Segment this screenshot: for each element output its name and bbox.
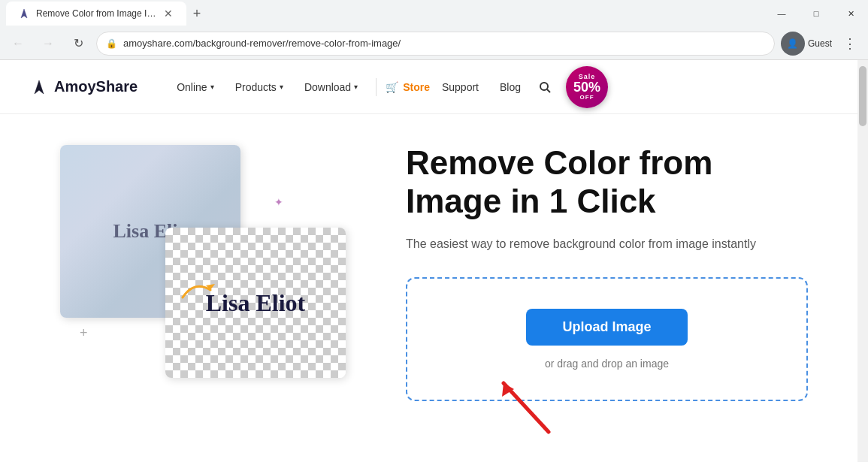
- download-chevron-icon: ▾: [354, 83, 358, 91]
- url-bar[interactable]: 🔒 amoyshare.com/background-remover/remov…: [96, 32, 775, 56]
- svg-marker-0: [21, 9, 27, 18]
- profile-name: Guest: [808, 38, 832, 49]
- illustration: Lisa Elio Lisa Eliot + ✦: [60, 145, 361, 400]
- sparkle-decoration: ✦: [274, 196, 283, 208]
- browser-chrome: Remove Color from Image Instar ✕ + — □ ✕…: [0, 0, 868, 60]
- refresh-button[interactable]: ↻: [66, 32, 90, 56]
- forward-button[interactable]: →: [36, 32, 60, 56]
- right-content: Remove Color from Image in 1 Click The e…: [406, 144, 808, 401]
- logo-icon: [30, 78, 48, 96]
- browser-menu-button[interactable]: ⋮: [838, 32, 862, 56]
- security-lock-icon: 🔒: [106, 38, 117, 49]
- upload-image-button[interactable]: Upload Image: [526, 309, 687, 346]
- logo-text: AmoyShare: [54, 78, 138, 95]
- maximize-button[interactable]: □: [799, 2, 833, 26]
- minimize-button[interactable]: —: [764, 2, 799, 26]
- online-label: Online: [177, 81, 207, 93]
- nav-links: Online ▾ Products ▾ Download ▾ 🛒 Store S…: [168, 66, 838, 108]
- nav-download[interactable]: Download ▾: [295, 75, 367, 99]
- logo[interactable]: AmoyShare: [30, 78, 138, 96]
- back-button[interactable]: ←: [6, 32, 30, 56]
- tab-title: Remove Color from Image Instar: [36, 8, 156, 19]
- online-chevron-icon: ▾: [210, 83, 214, 91]
- hero-title: Remove Color from Image in 1 Click: [406, 144, 808, 220]
- upload-zone[interactable]: Upload Image or drag and drop an image: [406, 277, 808, 401]
- nav-blog[interactable]: Blog: [491, 75, 530, 99]
- nav-divider: [376, 78, 377, 96]
- close-button[interactable]: ✕: [833, 2, 868, 26]
- nav-online[interactable]: Online ▾: [168, 75, 222, 99]
- download-label: Download: [304, 81, 351, 93]
- svg-point-2: [540, 83, 548, 90]
- arrow-icon: [179, 276, 216, 306]
- after-text: Lisa Eliot: [206, 289, 305, 317]
- plus-decoration: +: [80, 325, 88, 341]
- svg-marker-1: [35, 80, 44, 94]
- address-bar: ← → ↻ 🔒 amoyshare.com/background-remover…: [0, 27, 868, 60]
- drag-drop-hint: or drag and drop an image: [545, 358, 669, 370]
- sale-off: OFF: [580, 94, 594, 101]
- nav-products[interactable]: Products ▾: [226, 75, 292, 99]
- red-arrow-icon: [481, 368, 556, 439]
- profile-button[interactable]: 👤: [781, 32, 805, 56]
- browser-tab[interactable]: Remove Color from Image Instar ✕: [6, 2, 186, 26]
- scrollbar-thumb[interactable]: [859, 66, 866, 126]
- svg-line-3: [547, 89, 550, 92]
- tab-close-button[interactable]: ✕: [162, 8, 174, 20]
- new-tab-button[interactable]: +: [186, 3, 207, 24]
- products-label: Products: [235, 81, 277, 93]
- main-content: Lisa Elio Lisa Eliot + ✦ Remove Color fr…: [0, 114, 868, 431]
- hero-subtitle: The easiest way to remove background col…: [406, 235, 808, 253]
- tab-favicon: [18, 8, 30, 20]
- sale-badge[interactable]: Sale 50% OFF: [566, 66, 608, 108]
- profile-area: 👤 Guest: [781, 32, 832, 56]
- cart-icon: 🛒: [386, 81, 398, 93]
- page-content: AmoyShare Online ▾ Products ▾ Download ▾…: [0, 60, 868, 462]
- navbar: AmoyShare Online ▾ Products ▾ Download ▾…: [0, 60, 868, 114]
- nav-store[interactable]: 🛒 Store: [386, 81, 430, 93]
- url-text: amoyshare.com/background-remover/remove-…: [123, 38, 765, 49]
- products-chevron-icon: ▾: [280, 83, 283, 91]
- scrollbar[interactable]: [857, 60, 868, 462]
- store-label: Store: [403, 81, 430, 93]
- nav-search-button[interactable]: [533, 75, 557, 99]
- sale-percent: 50%: [573, 80, 600, 94]
- nav-support[interactable]: Support: [433, 75, 488, 99]
